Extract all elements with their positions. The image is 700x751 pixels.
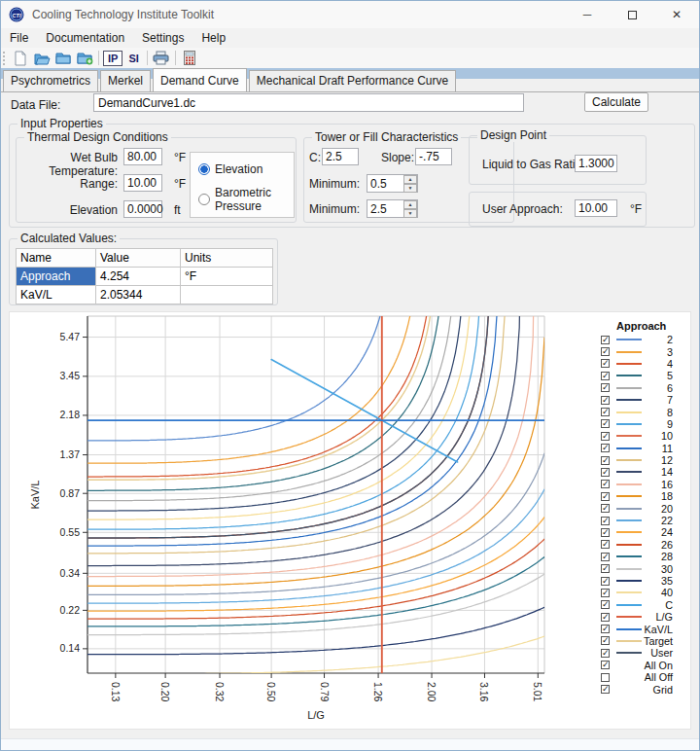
legend-swatch [616,411,642,413]
menu-file[interactable]: File [1,28,37,48]
folder-icon [55,52,71,64]
legend-checkbox-30[interactable] [601,564,610,573]
tab-psychrometrics[interactable]: Psychrometrics [3,70,98,91]
legend-checkbox-20[interactable] [601,504,610,513]
table-cell[interactable]: Approach [17,268,96,286]
spin-up-icon[interactable]: ▲ [403,200,417,209]
legend-row-approach-24: 24 [583,526,684,538]
maximize-button[interactable] [610,1,654,28]
legend-label: User [642,647,684,659]
legend-swatch [616,652,642,654]
close-button[interactable]: ✕ [654,1,699,28]
table-cell[interactable] [181,286,273,304]
lg-ratio-input[interactable]: 1.3000 [575,155,617,172]
table-row[interactable]: Approach4.254°F [17,268,273,286]
legend-checkbox-target[interactable] [601,636,610,645]
maximize-icon [628,11,637,19]
lg-ratio-label: Liquid to Gas Ratio: [482,158,584,171]
si-units-button[interactable]: SI [124,52,142,65]
legend-row-approach-22: 22 [583,515,684,526]
legend-label: C [642,599,684,611]
app-logo-icon: CTI [9,7,24,22]
legend-checkbox-12[interactable] [601,456,610,465]
legend-checkbox-2[interactable] [601,336,610,344]
calculated-values-table: NameValueUnits Approach4.254°FKaV/L2.053… [16,248,273,304]
table-cell[interactable]: 4.254 [96,268,181,286]
save-file-button[interactable] [52,49,74,67]
legend-checkbox-10[interactable] [601,432,610,441]
minimum-1-stepper[interactable]: 0.5 ▲▼ [367,174,418,193]
range-input[interactable]: 10.00 [123,174,162,192]
toolbar-grip[interactable] [3,52,6,65]
legend-checkbox-8[interactable] [601,408,610,416]
legend-checkbox-all-off[interactable] [601,673,610,682]
legend-checkbox-35[interactable] [601,577,610,586]
calculate-button[interactable]: Calculate [584,92,648,112]
legend-checkbox-c[interactable] [601,600,610,609]
tab-demand-curve[interactable]: Demand Curve [153,68,247,91]
legend-checkbox-18[interactable] [601,492,610,501]
wet-bulb-input[interactable]: 80.00 [123,148,162,165]
minimum-2-stepper[interactable]: 2.5 ▲▼ [367,199,418,218]
radio-barometric-pressure[interactable]: Barometric Pressure [198,186,294,213]
svg-text:KaV/L: KaV/L [29,481,41,510]
thermal-design-title: Thermal Design Conditions [24,130,171,144]
legend-checkbox-user[interactable] [601,649,610,658]
table-cell[interactable]: KaV/L [17,286,96,304]
legend-checkbox-16[interactable] [601,480,610,488]
tab-mechanical-draft-performance-curve[interactable]: Mechanical Draft Performance Curve [249,70,456,91]
legend-checkbox-4[interactable] [601,359,610,368]
legend-checkbox-28[interactable] [601,553,610,561]
legend-checkbox-all-on[interactable] [601,661,610,669]
legend-checkbox-7[interactable] [601,396,610,405]
column-header-name[interactable]: Name [17,249,96,268]
legend-checkbox-3[interactable] [601,347,610,356]
legend-checkbox-14[interactable] [601,468,610,477]
print-button[interactable] [151,49,172,67]
legend-checkbox-5[interactable] [601,372,610,380]
legend-swatch [616,591,642,593]
design-point-title: Design Point [477,128,549,142]
new-file-button[interactable] [10,49,31,67]
elevation-input[interactable]: 0.0000 [123,200,162,218]
menu-documentation[interactable]: Documentation [37,28,133,48]
legend-checkbox-grid[interactable] [601,685,610,694]
table-cell[interactable]: °F [181,268,273,286]
legend-checkbox-24[interactable] [601,528,610,537]
radio-elevation[interactable]: Elevation [198,162,294,176]
user-approach-input[interactable]: 10.00 [575,199,617,217]
pressure-mode-panel: ElevationBarometric Pressure [190,152,295,218]
table-cell[interactable]: 2.05344 [96,286,181,304]
minimize-button[interactable]: ─ [565,1,610,28]
legend-checkbox-kav-l[interactable] [601,625,610,633]
c-input[interactable]: 2.5 [322,148,359,165]
slope-input[interactable]: -.75 [415,148,452,165]
menu-help[interactable]: Help [192,28,234,48]
legend-checkbox-40[interactable] [601,589,610,597]
spin-up-icon[interactable]: ▲ [403,175,417,184]
data-file-input[interactable]: DemandCurve1.dc [93,93,524,112]
table-row[interactable]: KaV/L2.05344 [17,286,273,304]
open-file-button[interactable] [31,49,52,67]
tab-merkel[interactable]: Merkel [100,70,151,91]
legend-label: Target [642,635,684,647]
column-header-value[interactable]: Value [96,249,181,268]
legend-swatch [616,495,642,497]
legend-checkbox-11[interactable] [601,444,610,452]
legend-checkbox-22[interactable] [601,517,610,525]
ip-units-button[interactable]: IP [103,51,122,66]
legend-title: Approach [616,320,684,332]
menu-settings[interactable]: Settings [133,28,192,48]
spin-down-icon[interactable]: ▼ [403,184,417,193]
legend-checkbox-6[interactable] [601,383,610,392]
calculator-button[interactable] [179,49,200,67]
spin-down-icon[interactable]: ▼ [403,209,417,218]
svg-text:0.50: 0.50 [265,682,277,702]
legend-checkbox-26[interactable] [601,540,610,549]
legend-checkbox-9[interactable] [601,419,610,428]
column-header-units[interactable]: Units [181,249,273,268]
add-file-button[interactable] [74,49,95,67]
legend-label: 26 [642,539,684,551]
legend-checkbox-l-g[interactable] [601,613,610,622]
legend-row-approach-4: 4 [583,358,684,370]
